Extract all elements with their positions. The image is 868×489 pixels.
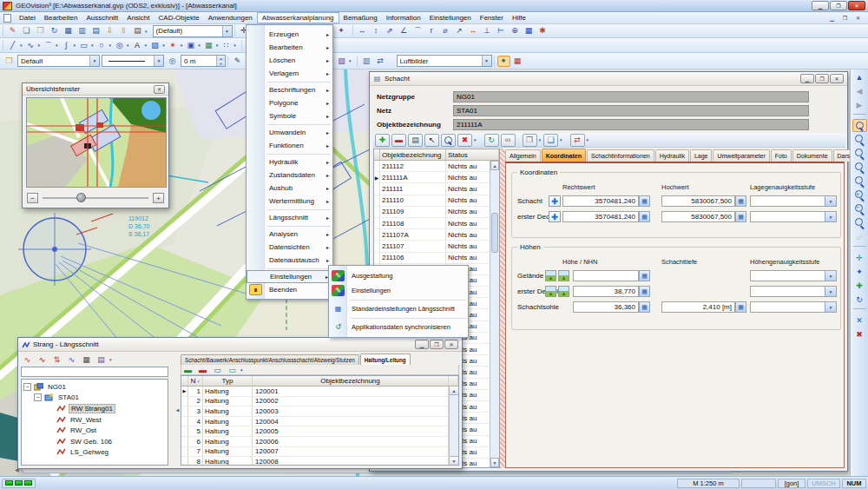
hoehe-field[interactable] (573, 270, 639, 281)
node-delete-icon[interactable]: ∿ (36, 354, 49, 366)
list-row[interactable]: 211111Nichts au (374, 183, 499, 195)
draw-measure-icon[interactable]: ∷ (220, 40, 233, 51)
view-rotate-icon[interactable]: ↻ (852, 293, 867, 306)
db-export-icon[interactable]: ⇩ (103, 25, 116, 36)
list-row[interactable]: 211107Nichts au (374, 241, 499, 252)
linestyle-combo-dropdown-icon[interactable]: ▼ (154, 56, 163, 66)
table-toolbar-arrow-icon[interactable]: ▾ (240, 367, 243, 373)
restore-button[interactable]: ❐ (830, 1, 847, 10)
dropdown-arrow-icon[interactable]: ▼ (825, 271, 836, 281)
save-all-icon[interactable]: ▥ (76, 25, 89, 36)
calculator-icon[interactable]: ▦ (735, 195, 746, 207)
node-swap-icon[interactable]: ⇅ (50, 354, 63, 366)
lagegenauigkeit-select[interactable]: ▼ (750, 195, 837, 207)
tree-node-rw-strang01[interactable]: RW Strang01 (22, 403, 168, 414)
minimize-button[interactable]: ▁ (812, 1, 829, 10)
pointer-hand-icon[interactable]: ☞ (852, 230, 867, 243)
submenu-item-applikationsdaten-synchronisieren[interactable]: ↺Applikationsdaten synchronisieren (329, 320, 468, 334)
dim-chain-icon[interactable]: ↔ (467, 25, 480, 36)
schacht-title-bar[interactable]: ▤ Schacht ▁ ❐ ✕ (370, 72, 847, 86)
scale-spinner[interactable]: 0 m ▲▼ (181, 55, 226, 67)
dim-diameter-icon[interactable]: ⌀ (439, 25, 452, 36)
list-scroll-thumb[interactable] (491, 213, 498, 253)
window-next-dropdown-arrow-icon[interactable]: ▾ (560, 137, 562, 142)
row-delete-icon[interactable]: ▬ (196, 364, 209, 375)
hoehe-field[interactable]: 36,360 (573, 301, 639, 313)
calculator-icon[interactable]: ▦ (639, 286, 650, 297)
row-down-icon[interactable]: ▭ (226, 364, 239, 375)
dim-radius-icon[interactable]: r (425, 25, 438, 36)
strang-maximize-icon[interactable]: ❐ (430, 340, 444, 349)
net-view-icon[interactable]: ✦ (335, 25, 348, 36)
tree-node-rw-ost[interactable]: RW_Ost (22, 425, 168, 436)
table-n-column-header[interactable]: N▵ (188, 376, 203, 386)
draw-image-arrow-icon[interactable]: ▾ (216, 43, 219, 48)
hoehe-field[interactable]: 38,770 (573, 286, 639, 297)
pick-coordinate-button[interactable]: ✚ (549, 195, 561, 207)
list-row[interactable]: 211112Nichts au (374, 161, 499, 172)
menu-item-beschriftungen[interactable]: Beschriftungen▸ (247, 83, 332, 96)
strang-close-icon[interactable]: ✕ (444, 340, 458, 349)
id-zoom-icon[interactable]: ◎ (166, 56, 179, 67)
output-dropdown-arrow-icon[interactable]: ▾ (109, 357, 112, 362)
draw-hatch-icon[interactable]: ▨ (148, 40, 161, 51)
draw-arc-arrow-icon[interactable]: ▾ (56, 43, 58, 48)
overview-slider-track[interactable] (43, 197, 148, 199)
tree-node-sta01[interactable]: −STA01 (22, 393, 168, 404)
draw-polyline-icon[interactable]: ∿ (24, 40, 37, 51)
overview-zoom-in-button[interactable]: + (153, 193, 164, 203)
menu-item-funktionen[interactable]: Funktionen▸ (247, 139, 332, 152)
terrain-pick-button[interactable]: ▲ (558, 270, 569, 281)
record-add-button[interactable]: ✚ (375, 134, 390, 147)
haltung-row[interactable]: 2Haltung120002 (181, 397, 458, 407)
raster-combo[interactable]: Luftbilder ▼ (397, 55, 492, 67)
menu-item-aushub[interactable]: Aushub▸ (247, 182, 332, 195)
save-copy-icon[interactable]: ▤ (89, 25, 102, 36)
calculator-icon[interactable]: ▦ (80, 354, 93, 366)
menu-item-datensichten[interactable]: Datensichten▸ (247, 241, 332, 254)
draw-measure-arrow-icon[interactable]: ▾ (233, 43, 236, 48)
list-row[interactable]: 211109Nichts au (374, 207, 499, 218)
calculator-icon[interactable]: ▦ (735, 211, 746, 222)
tab-umweltparameter[interactable]: Umweltparameter (713, 149, 769, 162)
print-dropdown-arrow-icon[interactable]: ▾ (145, 29, 148, 34)
draw-hatch-arrow-icon[interactable]: ▾ (162, 43, 165, 48)
tab-lage[interactable]: Lage (690, 149, 713, 162)
hoehengenauigkeit-select[interactable]: ▼ (750, 301, 837, 313)
menu-einstellungen[interactable]: Einstellungen (425, 13, 476, 23)
raster-combo-dropdown-icon[interactable]: ▼ (482, 56, 491, 66)
menu-item-bearbeiten[interactable]: Bearbeiten▸ (247, 41, 332, 54)
rechtswert-field[interactable]: 3570481,240 (562, 211, 639, 222)
schacht-list-scrollbar[interactable]: ▲ ▼ (490, 161, 499, 467)
pan-right-icon[interactable]: ▶ (852, 98, 867, 111)
tab-allgemein[interactable]: Allgemein (505, 149, 541, 162)
calculator-icon[interactable]: ▦ (735, 301, 746, 313)
tab-koordinaten[interactable]: Koordinaten (542, 149, 586, 162)
overview-map[interactable] (26, 97, 167, 188)
haltung-table-scrollbar[interactable]: ▲ ▼ (449, 387, 458, 465)
row-insert-icon[interactable]: ▬ (181, 364, 194, 375)
tree-node-sw-geb-106[interactable]: SW Geb. 106 (22, 436, 168, 447)
close-button[interactable]: ✕ (848, 1, 865, 10)
draw-circle-arrow-icon[interactable]: ▾ (109, 43, 112, 48)
haltung-row[interactable]: 5Haltung120005 (181, 426, 458, 437)
tab-hydraulik[interactable]: Hydraulik (655, 149, 689, 162)
draw-ellipse-arrow-icon[interactable]: ▾ (127, 43, 129, 48)
list-scroll-up-icon[interactable]: ▲ (490, 161, 499, 170)
haltung-row[interactable]: ▶1Haltung120001 (181, 387, 458, 397)
dim-table-icon[interactable]: ▦ (523, 25, 536, 36)
menu-datei[interactable]: Datei (15, 13, 40, 23)
menu-item-analysen[interactable]: Analysen▸ (247, 228, 332, 241)
menu-item-symbole[interactable]: Symbole▸ (247, 109, 332, 122)
db-import-icon[interactable]: ⇧ (117, 25, 130, 36)
draw-arc-icon[interactable]: ⌒ (42, 40, 55, 51)
zoom-selection-icon[interactable] (852, 216, 867, 229)
terrain-height-button[interactable]: ▲ (545, 286, 556, 297)
mdi-close-button[interactable]: ✕ (852, 14, 864, 23)
menu-abwasserkanalplanung[interactable]: Abwasserkanalplanung (257, 12, 339, 23)
strang-minimize-icon[interactable]: ▁ (415, 340, 429, 349)
dropdown-arrow-icon[interactable]: ▼ (825, 302, 836, 312)
menu-item-polygone[interactable]: Polygone▸ (247, 96, 332, 109)
menu-item-wertermittlung[interactable]: Wertermittlung▸ (247, 195, 332, 208)
schacht-close-icon[interactable]: ✕ (830, 74, 844, 83)
